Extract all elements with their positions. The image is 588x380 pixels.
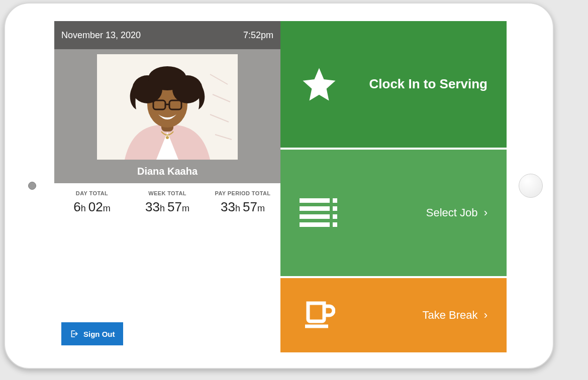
- day-total-value: 6h 02m: [54, 199, 130, 215]
- coffee-icon: [297, 299, 342, 331]
- svg-rect-16: [300, 206, 330, 211]
- header-date: November 13, 2020: [61, 30, 141, 41]
- svg-rect-17: [333, 206, 337, 211]
- list-icon: [297, 198, 342, 227]
- totals-row: DAY TOTAL 6h 02m WEEK TOTAL 33h 57m PAY …: [54, 183, 280, 215]
- avatar-image: [97, 54, 238, 160]
- svg-rect-18: [300, 214, 330, 219]
- clock-in-label: Clock In to Serving: [342, 76, 491, 93]
- chevron-right-icon: ›: [484, 206, 487, 219]
- week-total-value: 33h 57m: [130, 199, 205, 215]
- star-icon: [297, 65, 342, 104]
- pay-period-total: PAY PERIOD TOTAL 33h 57m: [205, 190, 280, 215]
- employee-photo: [97, 54, 238, 160]
- left-panel: November 13, 2020 7:52pm: [54, 21, 280, 352]
- take-break-label: Take Break ›: [342, 308, 491, 323]
- sign-out-label: Sign Out: [83, 330, 115, 338]
- select-job-label: Select Job ›: [342, 206, 491, 220]
- chevron-right-icon: ›: [484, 309, 487, 321]
- header-bar: November 13, 2020 7:52pm: [54, 21, 280, 49]
- week-total: WEEK TOTAL 33h 57m: [130, 190, 205, 215]
- camera-dot: [28, 182, 36, 190]
- employee-name: Diana Kaaha: [54, 166, 280, 177]
- sign-out-button[interactable]: Sign Out: [61, 322, 123, 345]
- svg-rect-19: [333, 214, 337, 219]
- select-job-button[interactable]: Select Job ›: [280, 150, 507, 278]
- day-total-label: DAY TOTAL: [54, 190, 130, 196]
- right-panel: Clock In to Serving: [280, 21, 507, 352]
- clock-in-button[interactable]: Clock In to Serving: [280, 21, 507, 150]
- profile-block: Diana Kaaha: [54, 49, 280, 183]
- pay-period-total-label: PAY PERIOD TOTAL: [205, 190, 280, 196]
- home-button[interactable]: [519, 174, 543, 198]
- take-break-button[interactable]: Take Break ›: [280, 278, 507, 352]
- svg-rect-20: [300, 222, 330, 227]
- pay-period-total-value: 33h 57m: [205, 199, 280, 215]
- app-screen: November 13, 2020 7:52pm: [54, 21, 507, 352]
- sign-out-icon: [69, 329, 78, 338]
- svg-rect-21: [333, 222, 337, 227]
- header-time: 7:52pm: [243, 30, 273, 41]
- svg-point-13: [166, 136, 169, 139]
- week-total-label: WEEK TOTAL: [130, 190, 205, 196]
- svg-rect-14: [300, 198, 330, 203]
- tablet-frame: November 13, 2020 7:52pm: [4, 3, 554, 369]
- svg-point-9: [148, 66, 186, 90]
- svg-rect-15: [333, 198, 337, 203]
- day-total: DAY TOTAL 6h 02m: [54, 190, 130, 215]
